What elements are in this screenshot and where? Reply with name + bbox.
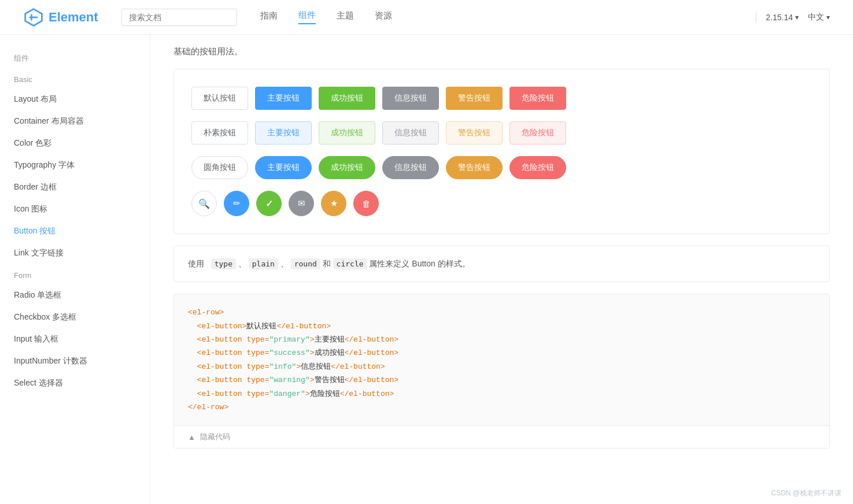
version-selector[interactable]: 2.15.14 ▾ (766, 13, 799, 22)
logo-icon (23, 7, 44, 28)
btn-primary[interactable]: 主要按钮 (255, 87, 312, 110)
divider (756, 12, 756, 23)
version-text: 2.15.14 (766, 13, 793, 22)
search-icon: 🔍 (198, 198, 210, 209)
desc-connector3: 和 (323, 259, 333, 268)
sidebar-item-select[interactable]: Select 选择器 (0, 372, 150, 394)
button-row-round: 圆角按钮 主要按钮 成功按钮 信息按钮 警告按钮 危险按钮 (191, 156, 812, 179)
demo-box: 默认按钮 主要按钮 成功按钮 信息按钮 警告按钮 危险按钮 朴素按钮 主要按钮 … (173, 69, 830, 234)
btn-round-default[interactable]: 圆角按钮 (191, 156, 248, 179)
btn-round-info[interactable]: 信息按钮 (382, 156, 439, 179)
sidebar-item-inputnumber[interactable]: InputNumber 计数器 (0, 350, 150, 372)
main-nav: 指南 组件 主题 资源 (260, 10, 392, 24)
btn-warning[interactable]: 警告按钮 (446, 87, 503, 110)
nav-resources[interactable]: 资源 (375, 10, 392, 24)
nav-components[interactable]: 组件 (298, 10, 316, 24)
code-line-8: </el-row> (188, 401, 815, 414)
btn-circle-delete[interactable]: 🗑 (353, 191, 379, 216)
sidebar-section-basic: Basic (0, 68, 150, 88)
desc-suffix: 属性来定义 Button 的样式。 (369, 259, 470, 268)
code-tag-type: type (211, 258, 236, 269)
logo-text: Element (49, 10, 98, 25)
star-icon: ★ (330, 198, 338, 209)
code-box: <el-row> <el-button>默认按钮</el-button> <el… (173, 294, 830, 449)
btn-plain-danger[interactable]: 危险按钮 (509, 121, 566, 144)
code-content: <el-row> <el-button>默认按钮</el-button> <el… (174, 294, 829, 425)
hide-code-button[interactable]: ▲ 隐藏代码 (174, 425, 829, 448)
code-line-3: <el-button type="primary">主要按钮</el-butto… (188, 333, 815, 346)
button-row-circle: 🔍 ✏ ✓ ✉ ★ 🗑 (191, 191, 812, 216)
code-line-1: <el-row> (188, 306, 815, 319)
delete-icon: 🗑 (362, 199, 371, 209)
logo[interactable]: Element (23, 7, 98, 28)
btn-danger[interactable]: 危险按钮 (509, 87, 566, 110)
sidebar-item-container[interactable]: Container 布局容器 (0, 110, 150, 132)
btn-plain-primary[interactable]: 主要按钮 (255, 121, 312, 144)
btn-plain-default[interactable]: 朴素按钮 (191, 121, 248, 144)
code-tag-plain: plain (249, 258, 278, 269)
btn-success[interactable]: 成功按钮 (319, 87, 375, 110)
desc-prefix: 使用 (188, 259, 204, 268)
button-row-plain: 朴素按钮 主要按钮 成功按钮 信息按钮 警告按钮 危险按钮 (191, 121, 812, 144)
language-selector[interactable]: 中文 ▾ (808, 12, 830, 23)
code-line-4: <el-button type="success">成功按钮</el-butto… (188, 346, 815, 360)
btn-plain-warning[interactable]: 警告按钮 (446, 121, 503, 144)
language-text: 中文 (808, 12, 824, 23)
code-line-2: <el-button>默认按钮</el-button> (188, 320, 815, 333)
sidebar-item-input[interactable]: Input 输入框 (0, 328, 150, 350)
code-line-7: <el-button type="danger">危险按钮</el-button… (188, 387, 815, 401)
btn-plain-info[interactable]: 信息按钮 (382, 121, 439, 144)
sidebar: 组件 Basic Layout 布局 Container 布局容器 Color … (0, 35, 150, 504)
sidebar-item-typography[interactable]: Typography 字体 (0, 154, 150, 176)
desc-connector1: 、 (238, 259, 246, 268)
edit-icon: ✏ (233, 198, 241, 209)
page-intro: 基础的按钮用法。 (173, 46, 830, 57)
header-right: 2.15.14 ▾ 中文 ▾ (756, 12, 830, 23)
btn-round-success[interactable]: 成功按钮 (319, 156, 375, 179)
btn-circle-edit[interactable]: ✏ (224, 191, 249, 216)
hide-code-chevron-icon: ▲ (188, 433, 195, 442)
desc-connector2: 、 (280, 259, 289, 268)
header: Element 指南 组件 主题 资源 2.15.14 ▾ 中文 ▾ (0, 0, 853, 35)
nav-guide[interactable]: 指南 (260, 10, 278, 24)
version-chevron-icon: ▾ (795, 13, 799, 21)
hide-code-label: 隐藏代码 (200, 432, 230, 442)
btn-circle-message[interactable]: ✉ (289, 191, 314, 216)
btn-round-primary[interactable]: 主要按钮 (255, 156, 312, 179)
sidebar-item-color[interactable]: Color 色彩 (0, 132, 150, 154)
btn-round-warning[interactable]: 警告按钮 (446, 156, 503, 179)
code-tag-round: round (291, 258, 320, 269)
btn-info[interactable]: 信息按钮 (382, 87, 439, 110)
sidebar-item-checkbox[interactable]: Checkbox 多选框 (0, 306, 150, 328)
button-row-solid: 默认按钮 主要按钮 成功按钮 信息按钮 警告按钮 危险按钮 (191, 87, 812, 110)
main-content: 基础的按钮用法。 默认按钮 主要按钮 成功按钮 信息按钮 警告按钮 危险按钮 朴… (150, 35, 853, 504)
check-icon: ✓ (265, 198, 273, 209)
body-layout: 组件 Basic Layout 布局 Container 布局容器 Color … (0, 35, 853, 504)
message-icon: ✉ (298, 198, 305, 209)
code-tag-circle: circle (333, 258, 367, 269)
language-chevron-icon: ▾ (826, 13, 830, 21)
watermark: CSDN @栈老师不讲课 (771, 488, 841, 498)
btn-circle-star[interactable]: ★ (321, 191, 346, 216)
sidebar-item-button[interactable]: Button 按钮 (0, 220, 150, 242)
sidebar-item-radio[interactable]: Radio 单选框 (0, 284, 150, 306)
sidebar-title: 组件 (0, 46, 150, 68)
btn-circle-check[interactable]: ✓ (256, 191, 282, 216)
btn-round-danger[interactable]: 危险按钮 (509, 156, 566, 179)
sidebar-section-form: Form (0, 264, 150, 284)
btn-circle-search[interactable]: 🔍 (191, 191, 217, 216)
sidebar-item-border[interactable]: Border 边框 (0, 176, 150, 198)
sidebar-item-layout[interactable]: Layout 布局 (0, 88, 150, 110)
sidebar-item-icon[interactable]: Icon 图标 (0, 198, 150, 220)
sidebar-item-link[interactable]: Link 文字链接 (0, 242, 150, 264)
code-line-5: <el-button type="info">信息按钮</el-button> (188, 360, 815, 373)
btn-plain-success[interactable]: 成功按钮 (319, 121, 375, 144)
btn-default[interactable]: 默认按钮 (191, 87, 248, 110)
nav-theme[interactable]: 主题 (337, 10, 354, 24)
code-line-6: <el-button type="warning">警告按钮</el-butto… (188, 373, 815, 387)
search-input[interactable] (121, 9, 237, 26)
description-box: 使用 type 、 plain 、 round 和 circle 属性来定义 B… (173, 246, 830, 282)
